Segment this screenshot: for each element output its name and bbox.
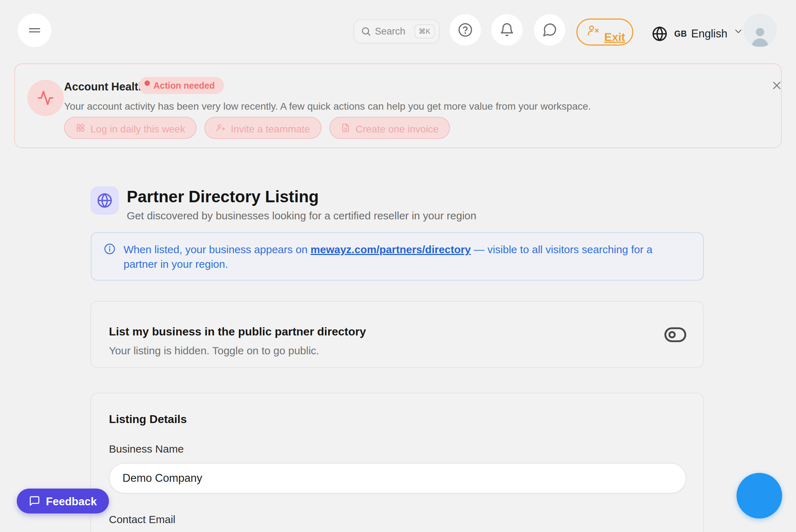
search-shortcut-badge: ⌘K — [414, 24, 435, 38]
language-selector[interactable]: GB English — [651, 21, 744, 46]
action-invite-teammate[interactable]: Invite a teammate — [204, 117, 321, 139]
exit-button[interactable]: Exit — [576, 19, 633, 46]
toggle-off-icon — [664, 327, 687, 343]
listing-details-card: Listing Details Business Name Contact Em… — [90, 393, 704, 532]
visibility-card: List my business in the public partner d… — [90, 301, 704, 368]
action-needed-badge: Action needed — [139, 77, 224, 94]
info-banner-text: When listed, your business appears on me… — [124, 242, 689, 271]
close-icon — [770, 79, 783, 92]
floating-action-button[interactable] — [737, 473, 782, 518]
feedback-button[interactable]: Feedback — [17, 489, 109, 513]
info-banner: When listed, your business appears on me… — [91, 232, 704, 281]
status-dot — [145, 80, 150, 86]
account-health-title: Account Health — [64, 80, 145, 93]
page-title: Partner Directory Listing — [127, 187, 476, 206]
invoice-icon — [341, 123, 351, 133]
person-icon — [748, 25, 772, 47]
help-icon — [457, 22, 473, 38]
action-label: Create one invoice — [356, 121, 439, 135]
exit-button-label: Exit — [604, 31, 625, 44]
user-plus-icon — [216, 123, 226, 133]
hamburger-icon — [26, 22, 43, 38]
activity-icon — [27, 80, 64, 116]
chat-bubble-icon — [542, 22, 557, 38]
banner-close-button[interactable] — [766, 75, 787, 96]
search-bar[interactable]: ⌘K — [354, 19, 440, 43]
listing-details-title: Listing Details — [109, 413, 685, 426]
info-icon — [104, 243, 116, 271]
contact-email-label: Contact Email — [109, 513, 685, 526]
action-create-invoice[interactable]: Create one invoice — [329, 117, 450, 139]
action-label: Invite a teammate — [231, 121, 310, 135]
info-text-before: When listed, your business appears on — [124, 244, 310, 255]
notifications-button[interactable] — [491, 14, 523, 46]
business-name-label: Business Name — [109, 443, 685, 455]
user-x-icon — [587, 24, 599, 37]
bell-icon — [499, 22, 515, 38]
visibility-card-subtitle: Your listing is hidden. Toggle on to go … — [109, 345, 687, 357]
search-input[interactable] — [374, 26, 412, 37]
page-subtitle: Get discovered by businesses looking for… — [127, 210, 476, 222]
account-health-description: Your account activity has been very low … — [64, 101, 591, 112]
globe-icon — [651, 26, 668, 42]
language-label: English — [691, 27, 728, 40]
account-health-banner: Account Health Action needed Your accoun… — [14, 63, 782, 148]
menu-button[interactable] — [18, 14, 51, 47]
directory-link[interactable]: mewayz.com/partners/directory — [310, 244, 471, 255]
directory-visibility-toggle[interactable] — [664, 327, 687, 343]
visibility-card-title: List my business in the public partner d… — [109, 325, 687, 338]
grid-icon — [75, 123, 85, 133]
action-log-in-daily[interactable]: Log in daily this week — [64, 117, 197, 139]
search-icon — [361, 26, 371, 37]
feedback-button-label: Feedback — [46, 494, 97, 508]
business-name-input[interactable] — [109, 463, 686, 494]
page-header: Partner Directory Listing Get discovered… — [90, 186, 476, 222]
globe-tile-icon — [90, 186, 119, 215]
action-needed-badge-label: Action needed — [153, 80, 215, 91]
action-label: Log in daily this week — [90, 121, 185, 135]
account-health-actions: Log in daily this week Invite a teammate… — [64, 117, 450, 139]
user-avatar[interactable] — [743, 14, 777, 47]
help-button[interactable] — [450, 14, 481, 46]
chevron-down-icon — [733, 26, 744, 37]
language-country-code: GB — [674, 29, 687, 39]
chat-button[interactable] — [534, 14, 565, 46]
feedback-chat-icon — [29, 495, 40, 507]
